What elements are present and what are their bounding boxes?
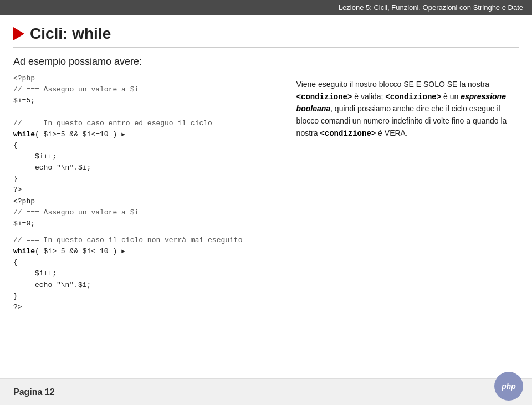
description-column: Viene eseguito il nostro blocco SE E SOL… [296,73,519,229]
desc-cond3: <condizione> [320,129,376,138]
desc-cond1: <condizione> [296,93,352,101]
desc-text-1: Viene eseguito il nostro blocco SE E SOL… [296,80,489,89]
desc-cond2: <condizione> [385,93,441,101]
code-block-2: // === In questo caso il ciclo non verrà… [13,235,519,313]
main-content: Cicli: while Ad esempio possiamo avere: … [0,15,532,319]
code-column: <?php // === Assegno un valore a $i $i=5… [13,73,285,229]
desc-text-2: è valida; [352,92,385,101]
php-logo-text: php [502,382,516,391]
description-text: Viene eseguito il nostro blocco SE E SOL… [296,79,519,140]
page-title: Cicli: while [30,25,111,43]
footer: Pagina 12 [0,378,532,405]
two-col-layout: <?php // === Assegno un valore a $i $i=5… [13,73,519,229]
header-title: Lezione 5: Cicli, Funzioni, Operazioni c… [339,3,523,12]
code-block-1: <?php // === Assegno un valore a $i $i=5… [13,73,285,229]
intro-text: Ad esempio possiamo avere: [13,56,519,68]
php-logo: php [494,372,523,401]
page-title-section: Cicli: while [13,25,519,48]
code-block-2-section: // === In questo caso il ciclo non verrà… [13,235,519,313]
play-icon [13,27,24,40]
desc-text-3: è un [441,92,461,101]
page-number: Pagina 12 [13,387,55,397]
top-bar: Lezione 5: Cicli, Funzioni, Operazioni c… [0,0,532,15]
desc-text-5: è VERA. [376,129,408,137]
